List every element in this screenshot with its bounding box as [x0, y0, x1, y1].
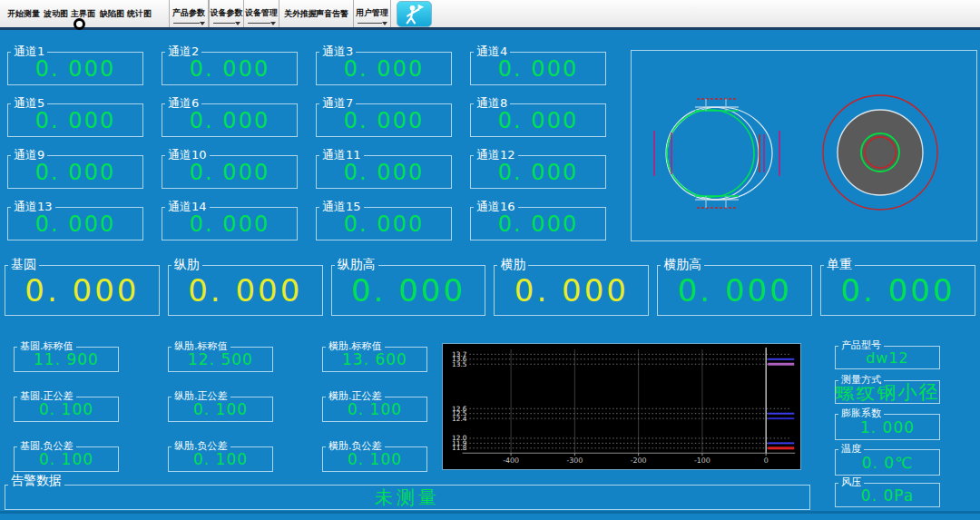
wind-pressure-field[interactable]: 风压0. 0Pa — [835, 483, 940, 507]
channel-5-display: 通道50. 000 — [7, 103, 143, 137]
measurement-mode-label: 测量方式 — [838, 374, 884, 387]
product-model-field[interactable]: 产品型号dw12 — [835, 346, 940, 369]
svg-text:-100: -100 — [694, 456, 710, 465]
channel-16-display: 通道160. 000 — [470, 207, 606, 240]
metric-longitudinal-rib-height-label: 纵肋高 — [335, 258, 378, 270]
metric-unit-weight-label: 单重 — [824, 258, 855, 270]
metric-transverse-rib: 横肋0. 000 — [494, 265, 649, 316]
device-management-dropdown[interactable]: 设备管理 — [243, 0, 279, 27]
device-params-dropdown[interactable]: 设备参数 — [209, 0, 244, 27]
channel-8-label: 通道8 — [474, 97, 510, 110]
measurement-mode-field[interactable]: 测量方式螺纹钢小径 — [835, 380, 940, 404]
channel-16-label: 通道16 — [474, 201, 518, 213]
rebar-cross-section-diagram — [823, 95, 937, 210]
metric-transverse-rib-height-label: 横肋高 — [661, 258, 704, 270]
chevron-down-icon — [270, 22, 276, 25]
metric-unit-weight-value: 0. 000 — [821, 266, 975, 315]
main-screen-active-indicator — [74, 18, 85, 30]
channel-14-display: 通道140. 000 — [162, 207, 298, 240]
metric-longitudinal-rib: 纵肋0. 000 — [168, 265, 323, 316]
temperature-field[interactable]: 温度0. 0℃ — [835, 449, 940, 476]
channel-14-label: 通道14 — [165, 201, 210, 213]
user-management-dropdown[interactable]: 用户管理 — [353, 0, 391, 27]
alarm-data-panel: 告警数据 未测量 — [5, 485, 810, 510]
chevron-down-icon — [200, 22, 205, 25]
metric-transverse-rib-value: 0. 000 — [495, 266, 648, 315]
channel-6-display: 通道60. 000 — [162, 103, 298, 137]
transverse-rib-lower-tolerance-field[interactable]: 横肋.负公差0. 100 — [322, 446, 427, 472]
metric-longitudinal-rib-height: 纵肋高0. 000 — [331, 265, 486, 316]
base-circle-lower-tolerance-field[interactable]: 基圆.负公差0. 100 — [14, 446, 119, 472]
metric-longitudinal-rib-value: 0. 000 — [169, 266, 322, 315]
metric-transverse-rib-height: 横肋高0. 000 — [657, 265, 812, 316]
product-params-dropdown[interactable]: 产品参数 — [169, 0, 209, 27]
channel-9-label: 通道9 — [11, 149, 47, 162]
channel-3-label: 通道3 — [319, 45, 356, 58]
svg-text:0: 0 — [764, 456, 769, 465]
longitudinal-rib-nominal-label: 纵肋.标称值 — [172, 340, 230, 353]
base-circle-nominal-field[interactable]: 基圆.标称值11. 900 — [14, 347, 119, 372]
metric-longitudinal-rib-height-value: 0. 000 — [332, 266, 485, 315]
statistics-chart-tab[interactable]: 统计图 — [127, 8, 152, 20]
transverse-rib-lower-tolerance-label: 横肋.负公差 — [326, 440, 385, 453]
base-circle-nominal-label: 基圆.标称值 — [17, 340, 76, 353]
longitudinal-rib-upper-tolerance-field[interactable]: 纵肋.正公差0. 100 — [168, 397, 273, 422]
window-bottom-edge — [0, 511, 980, 514]
svg-text:11.8: 11.8 — [452, 444, 467, 452]
main-screen-tab[interactable]: 主界面 — [71, 8, 95, 20]
channel-10-display: 通道100. 000 — [162, 155, 298, 189]
channel-2-display: 通道20. 000 — [162, 52, 298, 85]
wind-pressure-label: 风压 — [838, 476, 864, 489]
metric-unit-weight: 单重0. 000 — [820, 265, 975, 316]
channel-15-display: 通道150. 000 — [316, 207, 452, 240]
toolbar: 开始测量 波动图 主界面 缺陷图 统计图 产品参数 设备参数 设备管理 关外推握… — [0, 0, 980, 30]
base-circle-upper-tolerance-field[interactable]: 基圆.正公差0. 100 — [14, 397, 119, 422]
longitudinal-rib-nominal-field[interactable]: 纵肋.标称值12. 500 — [168, 347, 273, 372]
alarm-data-label: 告警数据 — [8, 474, 64, 486]
rebar-profile-diagram — [654, 99, 779, 208]
dropdown-underline — [248, 23, 270, 24]
chevron-down-icon — [235, 22, 240, 25]
metric-transverse-rib-height-value: 0. 000 — [658, 266, 811, 315]
dropdown-underline — [213, 23, 235, 24]
expansion-coefficient-label: 膨胀系数 — [838, 407, 884, 420]
device-management-label: 设备管理 — [244, 7, 279, 19]
longitudinal-rib-lower-tolerance-field[interactable]: 纵肋.负公差0. 100 — [168, 446, 273, 472]
svg-text:12.4: 12.4 — [452, 415, 467, 423]
external-push-toggle[interactable]: 关外推握 — [284, 8, 317, 20]
sound-alarm-toggle[interactable]: 声音告警 — [316, 8, 348, 20]
trend-chart-canvas: -400-300-200-100013.713.613.512.612.512.… — [443, 344, 800, 469]
channel-1-display: 通道10. 000 — [7, 52, 143, 85]
transverse-rib-nominal-field[interactable]: 横肋.标称值13. 600 — [322, 347, 427, 372]
trend-chart: -400-300-200-100013.713.613.512.612.512.… — [442, 343, 801, 470]
channel-8-display: 通道80. 000 — [470, 103, 606, 137]
channel-13-label: 通道13 — [11, 201, 55, 213]
defect-chart-tab[interactable]: 缺陷图 — [100, 8, 124, 20]
svg-text:-200: -200 — [631, 456, 647, 465]
expansion-coefficient-field[interactable]: 膨胀系数1. 000 — [835, 414, 940, 440]
svg-text:13.5: 13.5 — [452, 360, 467, 368]
channel-7-label: 通道7 — [319, 97, 356, 110]
base-circle-lower-tolerance-label: 基圆.负公差 — [17, 440, 76, 453]
svg-text:-400: -400 — [503, 456, 519, 465]
run-button[interactable] — [397, 1, 432, 27]
dropdown-underline — [173, 23, 200, 24]
channel-15-label: 通道15 — [319, 201, 364, 213]
product-model-label: 产品型号 — [838, 339, 884, 352]
user-management-label: 用户管理 — [354, 7, 390, 19]
product-params-label: 产品参数 — [170, 7, 208, 19]
channel-12-display: 通道120. 000 — [470, 155, 606, 189]
metric-longitudinal-rib-label: 纵肋 — [172, 258, 202, 270]
channel-2-label: 通道2 — [165, 45, 201, 58]
channel-4-display: 通道40. 000 — [470, 52, 606, 85]
channel-9-display: 通道90. 000 — [7, 155, 143, 189]
longitudinal-rib-lower-tolerance-label: 纵肋.负公差 — [172, 440, 230, 453]
start-measurement-button[interactable]: 开始测量 — [7, 8, 40, 20]
transverse-rib-upper-tolerance-field[interactable]: 横肋.正公差0. 100 — [322, 397, 427, 422]
device-params-label: 设备参数 — [210, 7, 243, 19]
wave-chart-tab[interactable]: 波动图 — [44, 8, 68, 20]
transverse-rib-upper-tolerance-label: 横肋.正公差 — [326, 390, 385, 403]
metric-base-circle-label: 基圆 — [8, 258, 39, 270]
svg-text:-300: -300 — [566, 456, 583, 465]
channel-11-label: 通道11 — [319, 149, 364, 162]
